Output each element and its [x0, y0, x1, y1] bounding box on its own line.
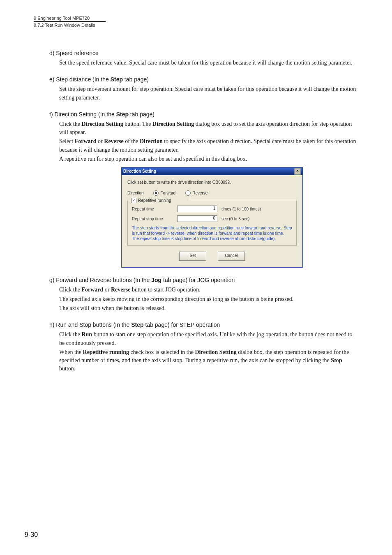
t: Stop — [331, 357, 342, 363]
radio-icon — [185, 190, 191, 196]
label: Repeat time — [132, 207, 177, 211]
radio-icon — [153, 190, 159, 196]
body-e: Set the step movement amount for step op… — [59, 85, 358, 102]
heading-h: h) Run and Stop buttons (In the Step tab… — [49, 321, 358, 328]
t: Run — [81, 331, 92, 338]
t: button. — [59, 365, 75, 372]
page-number: 9-30 — [25, 531, 38, 539]
heading-e: e) Step distance (In the Step tab page) — [49, 76, 358, 83]
text: f) Direction Setting (In the — [49, 111, 116, 118]
text: A repetitive run for step operation can … — [59, 155, 358, 163]
unit: times (1 to 100 times) — [221, 207, 261, 211]
text-bold: Step — [116, 111, 129, 118]
repeat-time-row: Repeat time 1 times (1 to 100 times) — [132, 206, 292, 212]
header-section: 9.7.2 Test Run Window Details — [34, 21, 106, 28]
body-d: Set the speed reference value. Special c… — [59, 59, 358, 67]
t: Direction — [140, 138, 163, 144]
text: The axis will stop when the button is re… — [59, 304, 358, 312]
t: Repetitive running — [83, 349, 129, 355]
text: Set the step movement amount for step op… — [59, 85, 358, 102]
t: of the — [124, 138, 140, 144]
body-h: Click the Run button to start one step o… — [59, 331, 358, 373]
close-icon[interactable]: × — [294, 168, 301, 175]
text: Select Forward or Reverse of the Directi… — [59, 137, 358, 154]
body-g: Click the Forward or Reverse button to s… — [59, 286, 358, 312]
label: Repeat stop time — [132, 217, 177, 221]
t: Click the — [59, 121, 81, 127]
text: tab page) — [129, 111, 154, 118]
page-header: 9 Engineering Tool MPE720 9.7.2 Test Run… — [0, 0, 392, 28]
t: Direction Setting — [195, 349, 236, 355]
t: Reverse — [104, 138, 123, 144]
t: or — [97, 138, 104, 144]
body-f: Click the Direction Setting button. The … — [59, 120, 358, 163]
cancel-button[interactable]: Cancel — [218, 252, 245, 261]
t: Click the — [59, 287, 81, 293]
t: button. The — [123, 121, 152, 127]
heading-f: f) Direction Setting (In the Step tab pa… — [49, 111, 358, 118]
heading-d: d) Speed reference — [49, 50, 358, 56]
text: Click the Direction Setting button. The … — [59, 120, 358, 137]
text: The specified axis keeps moving in the c… — [59, 295, 358, 303]
repetitive-fieldset: Repetitive running Repeat time 1 times (… — [127, 200, 297, 246]
text-bold: Step — [131, 321, 143, 328]
text-bold: Step — [111, 76, 123, 83]
t: or — [103, 287, 111, 293]
t: Direction Setting — [81, 121, 123, 127]
radio-label: Reverse — [192, 191, 208, 195]
text-bold: Jog — [151, 277, 161, 283]
text: h) Run and Stop buttons (In the — [49, 321, 131, 328]
repeat-stop-input[interactable]: 0 — [177, 215, 217, 222]
text: e) Step distance (In the — [49, 76, 111, 83]
t: Click the — [59, 331, 81, 338]
text: Click the Run button to start one step o… — [59, 331, 358, 347]
t: Forward — [75, 138, 97, 144]
text: Click the Forward or Reverse button to s… — [59, 286, 358, 294]
t: Forward — [81, 287, 103, 293]
reverse-radio[interactable]: Reverse — [185, 190, 208, 196]
t: Select — [59, 138, 75, 144]
forward-radio[interactable]: Forward — [153, 190, 175, 196]
text: g) Forward and Reverse buttons (In the — [49, 277, 151, 283]
text: Set the speed reference value. Special c… — [59, 59, 358, 67]
direction-label: Direction — [127, 191, 143, 195]
text: tab page) for JOG operation — [161, 277, 235, 283]
text: tab page) for STEP operation — [144, 321, 220, 328]
dialog-buttons: Set Cancel — [127, 247, 297, 263]
set-button[interactable]: Set — [179, 252, 206, 261]
radio-label: Forward — [160, 191, 175, 195]
text: When the Repetitive running check box is… — [59, 348, 358, 373]
repeat-time-input[interactable]: 1 — [177, 206, 217, 212]
unit: sec (0 to 5 sec) — [221, 217, 249, 221]
dialog-title: Direction Setting — [123, 168, 156, 175]
t: button to start JOG operation. — [130, 287, 200, 293]
t: button to start one step operation of th… — [59, 331, 353, 346]
repetitive-check[interactable]: Repetitive running — [130, 198, 189, 203]
t: check box is selected in the — [129, 349, 195, 355]
check-label: Repetitive running — [138, 198, 171, 203]
repeat-stop-row: Repeat stop time 0 sec (0 to 5 sec) — [132, 215, 292, 222]
dialog-titlebar: Direction Setting × — [122, 168, 302, 175]
header-chapter: 9 Engineering Tool MPE720 — [34, 16, 392, 21]
heading-g: g) Forward and Reverse buttons (In the J… — [49, 277, 358, 283]
checkbox-icon — [131, 198, 136, 203]
direction-setting-dialog: Direction Setting × Click set button to … — [121, 167, 303, 268]
t: Reverse — [111, 287, 130, 293]
text: tab page) — [123, 76, 149, 83]
t: Direction Setting — [152, 121, 194, 127]
direction-row: Direction Forward Reverse — [127, 190, 297, 196]
t: When the — [59, 349, 83, 355]
fieldset-note: The step starts from the selected direct… — [132, 225, 292, 241]
dialog-instruction: Click set button to write the drive dire… — [127, 180, 297, 185]
